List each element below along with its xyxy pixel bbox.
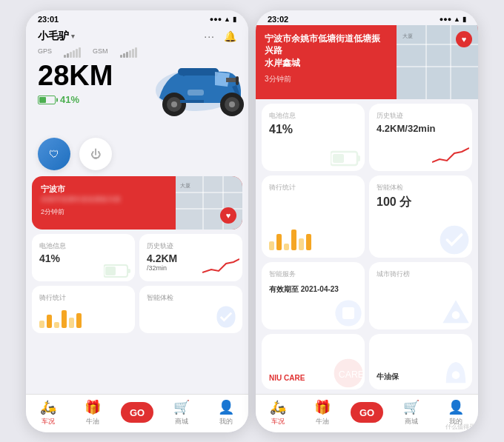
- p2-niu-care-card[interactable]: NIU CARE CARE: [262, 334, 365, 389]
- p2-riding-stats-card[interactable]: 骑行统计: [262, 175, 365, 258]
- p2-city-svg: [440, 297, 472, 329]
- bottom-nav-2: 🛵 车况 🎁 牛油 GO 🛒 商城 👤 我的: [256, 394, 478, 432]
- phone2-map-road: [450, 25, 451, 99]
- phone1-title[interactable]: 小毛驴 ▾: [38, 30, 75, 43]
- battery-info-card[interactable]: 电池信息 41%: [32, 234, 135, 281]
- p2-battery-label: 电池信息: [269, 111, 357, 121]
- p2-riding-stats-label: 骑行统计: [269, 183, 357, 192]
- more-menu-icon[interactable]: ···: [204, 30, 215, 42]
- signal-icon-2: ●●●: [440, 16, 451, 23]
- bar-6: [76, 313, 82, 328]
- bell-icon[interactable]: 🔔: [224, 30, 236, 42]
- location-heart-icon: ♥: [220, 207, 236, 224]
- history-track-label: 历史轨迹: [147, 241, 235, 251]
- battery-fill-bar: [39, 97, 46, 103]
- watermark: 什么值得买: [445, 423, 475, 431]
- riding-stats-card[interactable]: 骑行统计: [32, 286, 135, 333]
- go-btn-inner-2[interactable]: GO: [351, 402, 383, 423]
- nav-profile[interactable]: 👤 我的: [204, 399, 248, 426]
- gps-bar-4: [73, 50, 75, 58]
- power-icon: ⏻: [90, 148, 101, 160]
- phone1-header: 小毛驴 ▾ ··· 🔔: [26, 25, 248, 46]
- nav-go-button[interactable]: GO: [115, 399, 159, 426]
- nav-niuyou[interactable]: 🎁 牛油: [70, 399, 115, 426]
- controls-row: 🛡 ⏻: [26, 135, 248, 176]
- nav-niuyou-label: 牛油: [86, 417, 99, 426]
- map-card-info: 宁波市 余姚市低塘街道低塘振兴路 2分钟前: [32, 176, 176, 230]
- niuyou-nav-icon: 🎁: [84, 399, 101, 415]
- p2-service-label: 智能服务: [269, 269, 357, 279]
- riding-stats-label: 骑行统计: [39, 293, 127, 303]
- p2-battery-card[interactable]: 电池信息 41%: [262, 104, 365, 171]
- nav2-vehicle-status[interactable]: 🛵 车况: [256, 399, 300, 426]
- bar-chart: [39, 304, 127, 328]
- go-btn-inner[interactable]: GO: [121, 402, 153, 423]
- svg-rect-9: [188, 90, 204, 96]
- map-card-1[interactable]: 宁波市 余姚市低塘街道低塘振兴路 2分钟前 大厦 ♥: [32, 176, 242, 230]
- svg-rect-1: [178, 68, 219, 76]
- p2-city-card[interactable]: 城市骑行榜: [369, 262, 472, 329]
- p2-niubao-svg: [440, 357, 472, 389]
- niuyou-nav-icon-2: 🎁: [314, 399, 331, 415]
- phone2-map-thumbnail: 大厦 ♥: [397, 25, 478, 99]
- header-icons: ··· 🔔: [204, 30, 236, 42]
- scooter-nav-icon-2: 🛵: [270, 399, 286, 415]
- phone2-map-header[interactable]: 宁波市余姚市低塘街道低塘振兴路 水岸鑫城 3分钟前 大厦 ♥: [256, 25, 478, 99]
- gps-bar-5: [76, 49, 78, 58]
- phones-container: 23:01 ●●● ▲ ▮ 小毛驴 ▾ ··· 🔔 GPS: [19, 3, 485, 440]
- shield-icon: 🛡: [49, 148, 59, 160]
- vehicle-name: 小毛驴: [38, 30, 69, 43]
- status-bar-1: 23:01 ●●● ▲ ▮: [26, 10, 248, 25]
- nav-shop[interactable]: 🛒 商城: [159, 399, 204, 426]
- phone-1: 23:01 ●●● ▲ ▮ 小毛驴 ▾ ··· 🔔 GPS: [26, 10, 248, 432]
- p2-service-svg: [334, 298, 363, 328]
- p2-service-value: 有效期至 2021-04-23: [269, 284, 357, 295]
- battery-info-label: 电池信息: [39, 241, 127, 251]
- p2-track-card[interactable]: 历史轨迹 4.2KM/32min: [369, 104, 472, 171]
- power-button[interactable]: ⏻: [79, 138, 112, 170]
- profile-nav-icon: 👤: [218, 399, 234, 415]
- info-grid-1: 电池信息 41% 历史轨迹 4.2KM /32min: [26, 234, 248, 333]
- nav-vehicle-status[interactable]: 🛵 车况: [26, 399, 70, 426]
- map-thumbnail-1: 大厦 ♥: [176, 176, 242, 230]
- p2-checkup-label: 智能体检: [377, 183, 465, 192]
- time-2: 23:02: [268, 15, 288, 24]
- gps-bar-2: [67, 53, 69, 58]
- map-road: [202, 176, 204, 230]
- phone2-map-info: 宁波市余姚市低塘街道低塘振兴路 水岸鑫城 3分钟前: [256, 25, 397, 99]
- p2-checkup-card[interactable]: 智能体检 100 分: [369, 175, 472, 258]
- p2-bar-chart: [269, 222, 357, 250]
- p2-bar-4: [291, 230, 296, 250]
- p2-niuyou-bao-card[interactable]: 牛油保: [369, 334, 472, 389]
- status-icons-2: ●●● ▲ ▮: [440, 16, 466, 23]
- gps-bar-6: [79, 47, 81, 58]
- svg-point-19: [452, 312, 460, 320]
- map-road: [176, 192, 242, 193]
- p2-track-label: 历史轨迹: [377, 111, 465, 121]
- p2-care-svg: CARE: [332, 357, 365, 389]
- status-icons-1: ●●● ▲ ▮: [210, 16, 236, 23]
- history-track-card[interactable]: 历史轨迹 4.2KM /32min: [139, 234, 242, 281]
- smart-checkup-card[interactable]: 智能体检: [139, 286, 242, 333]
- nav2-niuyou-label: 牛油: [316, 417, 329, 426]
- nav2-go-button[interactable]: GO: [345, 399, 389, 426]
- bar-3: [54, 322, 59, 328]
- profile-nav-icon-2: 👤: [448, 399, 464, 415]
- svg-rect-12: [105, 267, 116, 275]
- nav2-niuyou[interactable]: 🎁 牛油: [300, 399, 345, 426]
- p2-bar-3: [284, 244, 289, 250]
- p2-battery-value: 41%: [269, 123, 357, 136]
- bar-2: [47, 315, 52, 328]
- gps-bar-1: [64, 55, 66, 58]
- nav2-vehicle-label: 车况: [271, 417, 285, 426]
- p2-service-card[interactable]: 智能服务 有效期至 2021-04-23: [262, 262, 365, 329]
- nav-profile-label: 我的: [219, 417, 233, 426]
- shield-button[interactable]: 🛡: [38, 138, 70, 170]
- nav-shop-label: 商城: [175, 417, 188, 426]
- nav2-shop[interactable]: 🛒 商城: [389, 399, 434, 426]
- battery-card-svg: [104, 264, 130, 278]
- checkup-icon: [213, 304, 239, 330]
- gsm-label: GSM: [93, 47, 108, 58]
- battery-indicator: [38, 96, 56, 104]
- svg-point-4: [171, 101, 177, 107]
